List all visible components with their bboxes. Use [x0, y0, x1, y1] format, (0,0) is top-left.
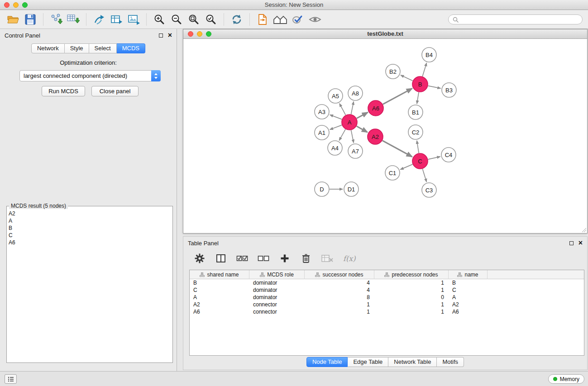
- node-C1[interactable]: C1: [385, 166, 400, 180]
- node-A1[interactable]: A1: [315, 125, 329, 140]
- edge-A-A8[interactable]: [351, 102, 354, 114]
- close-panel-button[interactable]: Close panel: [91, 86, 139, 96]
- network-from-table-icon[interactable]: [109, 12, 124, 27]
- zoom-selected-icon[interactable]: [204, 12, 218, 27]
- column-header-shared-name[interactable]: shared name: [190, 270, 249, 279]
- delete-table-icon[interactable]: [320, 251, 335, 266]
- result-item[interactable]: A6: [9, 239, 171, 246]
- result-item[interactable]: A2: [9, 210, 171, 217]
- float-panel-icon[interactable]: [159, 33, 163, 38]
- node-B4[interactable]: B4: [422, 48, 436, 62]
- table-row[interactable]: A6connector11A6: [190, 308, 584, 315]
- home-icon[interactable]: [272, 12, 288, 27]
- save-session-icon[interactable]: [23, 12, 38, 27]
- close-panel-icon[interactable]: ×: [168, 33, 172, 38]
- node-C3[interactable]: C3: [422, 183, 436, 197]
- clone-network-icon[interactable]: [92, 12, 106, 27]
- table-row[interactable]: Adominator80A: [190, 294, 584, 301]
- node-B3[interactable]: B3: [442, 83, 456, 97]
- edge-A-A1[interactable]: [330, 125, 342, 129]
- zoom-fit-icon[interactable]: [186, 12, 201, 27]
- node-B[interactable]: B: [412, 76, 428, 92]
- edge-C-C3[interactable]: [422, 169, 426, 182]
- node-A4[interactable]: A4: [328, 141, 342, 155]
- open-file-icon[interactable]: [6, 12, 20, 27]
- edge-A-A4[interactable]: [339, 129, 345, 141]
- table-row[interactable]: A2connector11A2: [190, 301, 584, 308]
- tab-network-table[interactable]: Network Table: [388, 357, 437, 367]
- column-header-MCDS-role[interactable]: MCDS role: [249, 270, 305, 279]
- import-network-icon[interactable]: [49, 12, 63, 27]
- edge-A-A7[interactable]: [351, 130, 354, 143]
- minimize-view-icon[interactable]: [197, 31, 202, 37]
- import-table-icon[interactable]: [66, 12, 81, 27]
- apply-layout-icon[interactable]: [229, 12, 244, 27]
- deselect-all-icon[interactable]: [256, 251, 271, 266]
- show-hide-icon[interactable]: [308, 12, 322, 27]
- zoom-view-icon[interactable]: [206, 31, 211, 37]
- check-icon[interactable]: [291, 12, 305, 27]
- node-A[interactable]: A: [342, 114, 357, 130]
- memory-button[interactable]: Memory: [548, 374, 584, 384]
- node-A8[interactable]: A8: [348, 86, 363, 100]
- open-document-icon[interactable]: [255, 12, 270, 27]
- node-C[interactable]: C: [412, 153, 428, 169]
- edge-C-C1[interactable]: [401, 164, 413, 170]
- edge-B-B1[interactable]: [417, 92, 419, 104]
- tab-motifs[interactable]: Motifs: [437, 357, 464, 367]
- result-item[interactable]: B: [9, 224, 171, 232]
- optimization-criterion-select[interactable]: largest connected component (directed): [19, 70, 161, 81]
- result-item[interactable]: C: [9, 232, 171, 239]
- column-header-name[interactable]: name: [449, 270, 488, 279]
- node-A7[interactable]: A7: [348, 144, 363, 158]
- edge-A-A5[interactable]: [339, 104, 346, 115]
- column-header-successor-nodes[interactable]: successor nodes: [305, 270, 374, 279]
- edge-B-B4[interactable]: [422, 63, 426, 76]
- node-A2[interactable]: A2: [368, 129, 383, 144]
- edge-B-B2[interactable]: [401, 75, 413, 81]
- column-header-predecessor-nodes[interactable]: predecessor nodes: [374, 270, 449, 279]
- node-A5[interactable]: A5: [328, 89, 343, 103]
- run-mcds-button[interactable]: Run MCDS: [42, 86, 85, 96]
- edge-C-C4[interactable]: [428, 157, 440, 159]
- table-settings-gear-icon[interactable]: [192, 251, 207, 266]
- edge-C-C2[interactable]: [417, 141, 419, 153]
- node-C4[interactable]: C4: [441, 148, 456, 162]
- zoom-out-icon[interactable]: [169, 12, 184, 27]
- export-image-icon[interactable]: [126, 12, 141, 27]
- network-graph[interactable]: B4B2BB3A5A8A6A3B1AC2A1A2A4A7C4CC1DD1C3: [183, 39, 587, 233]
- edge-A-A3[interactable]: [330, 115, 342, 119]
- node-A6[interactable]: A6: [368, 100, 383, 116]
- search-input[interactable]: [461, 16, 578, 23]
- node-B1[interactable]: B1: [408, 105, 423, 119]
- task-history-button[interactable]: [5, 374, 17, 384]
- node-A3[interactable]: A3: [315, 105, 329, 119]
- node-D1[interactable]: D1: [344, 182, 359, 196]
- tab-select[interactable]: Select: [89, 43, 117, 53]
- result-item[interactable]: A: [9, 217, 171, 224]
- function-builder-icon[interactable]: f(x): [341, 254, 355, 263]
- zoom-in-icon[interactable]: [152, 12, 167, 27]
- tab-edge-table[interactable]: Edge Table: [348, 357, 388, 367]
- tab-node-table[interactable]: Node Table: [306, 357, 348, 367]
- show-columns-icon[interactable]: [214, 251, 228, 266]
- tab-style[interactable]: Style: [65, 43, 89, 53]
- tab-network[interactable]: Network: [31, 43, 65, 53]
- search-box[interactable]: [448, 14, 583, 24]
- edge-A6-B[interactable]: [383, 89, 412, 105]
- delete-column-icon[interactable]: [299, 251, 313, 266]
- edge-A2-C[interactable]: [382, 141, 412, 157]
- float-table-panel-icon[interactable]: [569, 241, 574, 245]
- add-column-icon[interactable]: [277, 251, 292, 266]
- tab-mcds[interactable]: MCDS: [117, 43, 145, 53]
- node-D[interactable]: D: [315, 182, 329, 196]
- edge-A-A2[interactable]: [357, 126, 368, 132]
- edge-A-A6[interactable]: [357, 112, 368, 118]
- close-view-icon[interactable]: [188, 31, 193, 37]
- table-row[interactable]: Cdominator41C: [190, 286, 584, 294]
- select-all-icon[interactable]: [235, 251, 249, 266]
- close-table-panel-icon[interactable]: ×: [578, 241, 583, 245]
- edge-B-B3[interactable]: [428, 86, 441, 89]
- resize-grip[interactable]: [581, 227, 587, 233]
- table-row[interactable]: Bdominator41B: [190, 279, 584, 286]
